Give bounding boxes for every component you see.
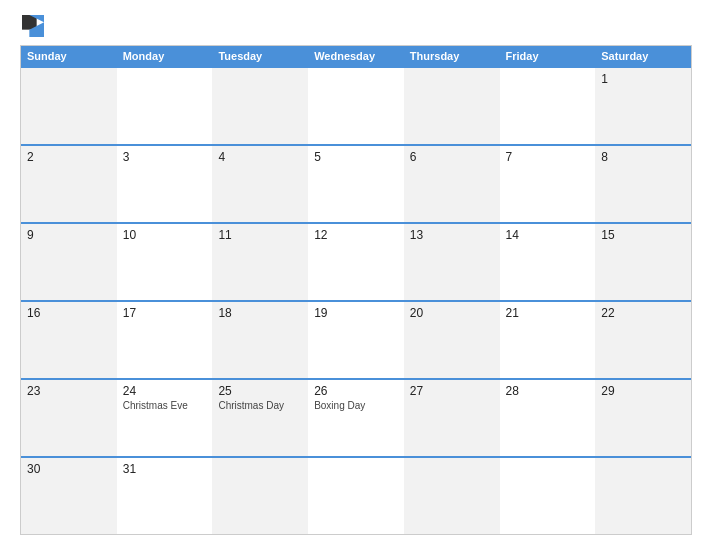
day-cell: 31 (117, 458, 213, 534)
day-number: 13 (410, 228, 494, 242)
day-cell (117, 68, 213, 144)
day-number: 6 (410, 150, 494, 164)
day-cell: 18 (212, 302, 308, 378)
day-cell: 29 (595, 380, 691, 456)
day-cell: 4 (212, 146, 308, 222)
week-row-4: 2324Christmas Eve25Christmas Day26Boxing… (21, 378, 691, 456)
day-cell: 6 (404, 146, 500, 222)
day-cell: 20 (404, 302, 500, 378)
weeks-container: 123456789101112131415161718192021222324C… (21, 66, 691, 534)
day-cell: 13 (404, 224, 500, 300)
day-number: 9 (27, 228, 111, 242)
day-number: 24 (123, 384, 207, 398)
day-cell: 21 (500, 302, 596, 378)
calendar-container: SundayMondayTuesdayWednesdayThursdayFrid… (0, 0, 712, 550)
day-number: 16 (27, 306, 111, 320)
day-cell: 8 (595, 146, 691, 222)
day-cell: 10 (117, 224, 213, 300)
day-cell (500, 68, 596, 144)
day-cell: 25Christmas Day (212, 380, 308, 456)
day-number: 2 (27, 150, 111, 164)
day-number: 15 (601, 228, 685, 242)
day-number: 29 (601, 384, 685, 398)
day-number: 10 (123, 228, 207, 242)
day-number: 21 (506, 306, 590, 320)
week-row-1: 2345678 (21, 144, 691, 222)
day-number: 8 (601, 150, 685, 164)
week-row-5: 3031 (21, 456, 691, 534)
day-cell: 28 (500, 380, 596, 456)
day-headers-row: SundayMondayTuesdayWednesdayThursdayFrid… (21, 46, 691, 66)
day-cell (308, 68, 404, 144)
day-header-monday: Monday (117, 46, 213, 66)
day-number: 23 (27, 384, 111, 398)
logo-icon (22, 15, 44, 37)
day-cell: 17 (117, 302, 213, 378)
day-header-wednesday: Wednesday (308, 46, 404, 66)
day-number: 30 (27, 462, 111, 476)
day-cell: 7 (500, 146, 596, 222)
day-cell (595, 458, 691, 534)
day-header-saturday: Saturday (595, 46, 691, 66)
calendar-grid: SundayMondayTuesdayWednesdayThursdayFrid… (20, 45, 692, 535)
day-number: 4 (218, 150, 302, 164)
logo (20, 15, 44, 37)
day-cell (21, 68, 117, 144)
day-number: 19 (314, 306, 398, 320)
day-header-friday: Friday (500, 46, 596, 66)
day-header-tuesday: Tuesday (212, 46, 308, 66)
day-cell: 22 (595, 302, 691, 378)
day-header-thursday: Thursday (404, 46, 500, 66)
day-cell: 2 (21, 146, 117, 222)
day-number: 3 (123, 150, 207, 164)
day-cell: 23 (21, 380, 117, 456)
week-row-0: 1 (21, 66, 691, 144)
day-number: 20 (410, 306, 494, 320)
day-cell: 14 (500, 224, 596, 300)
day-number: 14 (506, 228, 590, 242)
day-cell: 9 (21, 224, 117, 300)
day-number: 18 (218, 306, 302, 320)
day-number: 28 (506, 384, 590, 398)
day-cell: 5 (308, 146, 404, 222)
day-number: 31 (123, 462, 207, 476)
day-cell: 15 (595, 224, 691, 300)
day-cell (500, 458, 596, 534)
holiday-label: Boxing Day (314, 400, 398, 412)
holiday-label: Christmas Eve (123, 400, 207, 412)
day-number: 5 (314, 150, 398, 164)
day-cell: 16 (21, 302, 117, 378)
day-header-sunday: Sunday (21, 46, 117, 66)
day-cell: 24Christmas Eve (117, 380, 213, 456)
day-number: 12 (314, 228, 398, 242)
day-number: 26 (314, 384, 398, 398)
day-cell (212, 458, 308, 534)
day-number: 11 (218, 228, 302, 242)
day-cell: 30 (21, 458, 117, 534)
day-cell: 26Boxing Day (308, 380, 404, 456)
day-cell: 1 (595, 68, 691, 144)
day-number: 17 (123, 306, 207, 320)
calendar-header (20, 15, 692, 37)
day-cell: 19 (308, 302, 404, 378)
day-cell (404, 68, 500, 144)
day-number: 27 (410, 384, 494, 398)
week-row-3: 16171819202122 (21, 300, 691, 378)
day-cell: 27 (404, 380, 500, 456)
day-number: 7 (506, 150, 590, 164)
holiday-label: Christmas Day (218, 400, 302, 412)
day-cell: 3 (117, 146, 213, 222)
day-cell (308, 458, 404, 534)
day-cell: 11 (212, 224, 308, 300)
week-row-2: 9101112131415 (21, 222, 691, 300)
day-cell (212, 68, 308, 144)
day-number: 1 (601, 72, 685, 86)
day-cell: 12 (308, 224, 404, 300)
day-number: 22 (601, 306, 685, 320)
day-cell (404, 458, 500, 534)
day-number: 25 (218, 384, 302, 398)
